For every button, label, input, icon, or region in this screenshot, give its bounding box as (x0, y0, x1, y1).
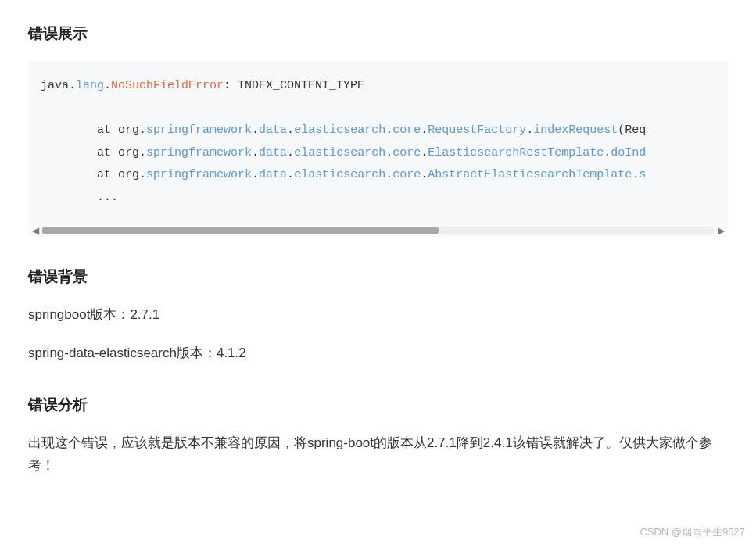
code-line-1: java.lang.NoSuchFieldError: INDEX_CONTEN… (41, 79, 364, 92)
article-container: 错误展示 java.lang.NoSuchFieldError: INDEX_C… (0, 0, 756, 478)
heading-error-analysis: 错误分析 (28, 395, 728, 415)
code-line-4: at org.springframework.data.elasticsearc… (41, 168, 646, 181)
watermark: CSDN @烟雨平生9527 (640, 525, 745, 539)
background-line-1: springboot版本：2.7.1 (28, 304, 728, 327)
code-line-5: ... (41, 191, 118, 204)
code-block[interactable]: java.lang.NoSuchFieldError: INDEX_CONTEN… (28, 61, 728, 223)
scroll-track[interactable] (42, 227, 714, 234)
scroll-left-icon[interactable]: ◀ (28, 225, 42, 236)
heading-error-display: 错误展示 (28, 23, 728, 44)
code-line-3: at org.springframework.data.elasticsearc… (41, 146, 646, 159)
horizontal-scrollbar[interactable]: ◀ ▶ (28, 223, 728, 237)
background-line-2: spring-data-elasticsearch版本：4.1.2 (28, 342, 728, 365)
code-line-2: at org.springframework.data.elasticsearc… (41, 123, 646, 137)
scroll-thumb[interactable] (42, 227, 439, 234)
heading-error-background: 错误背景 (28, 267, 728, 287)
analysis-paragraph: 出现这个错误，应该就是版本不兼容的原因，将spring-boot的版本从2.7.… (28, 432, 728, 478)
code-block-wrapper: java.lang.NoSuchFieldError: INDEX_CONTEN… (28, 61, 728, 237)
scroll-right-icon[interactable]: ▶ (714, 225, 728, 236)
